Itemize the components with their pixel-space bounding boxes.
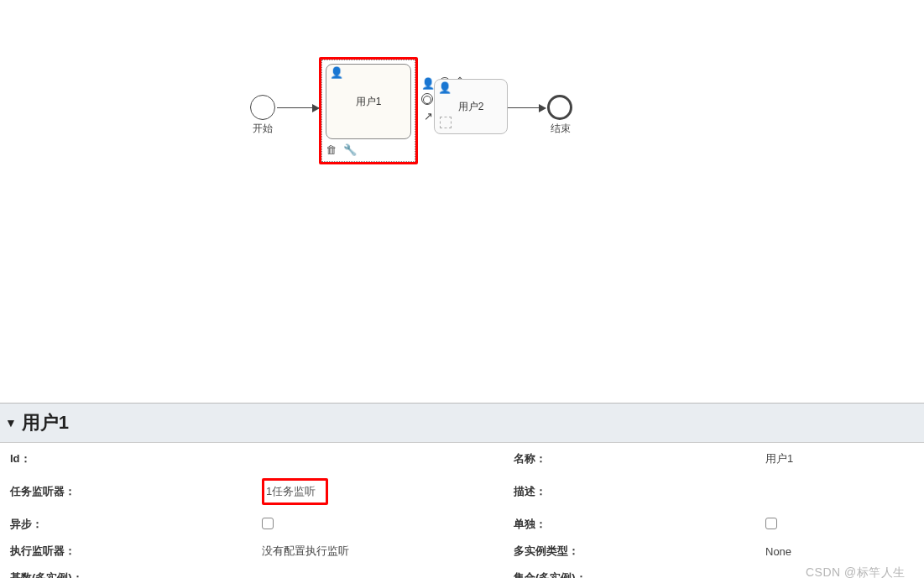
label-multi-type: 多实例类型： [514, 540, 765, 562]
user-icon: 👤 [330, 66, 343, 79]
label-exclusive: 单独： [514, 513, 765, 535]
task-listener-highlight: 1任务监听 [262, 478, 328, 505]
delete-icon[interactable]: 🗑 [326, 143, 337, 156]
end-event[interactable] [547, 95, 572, 120]
async-checkbox[interactable] [262, 518, 274, 529]
connect-icon[interactable]: ↗ [424, 110, 433, 122]
label-desc: 描述： [514, 481, 765, 502]
end-event-label: 结束 [544, 122, 577, 136]
label-name: 名称： [514, 448, 765, 470]
watermark: CSDN @标竿人生_ [806, 565, 912, 578]
value-name[interactable]: 用户1 [765, 448, 916, 470]
bpmn-canvas[interactable]: 开始 👤 用户1 🗑 🔧 👤 ↗ ⎯ 👤 用户2 [0, 0, 924, 403]
value-desc[interactable] [765, 488, 916, 495]
multi-instance-icon [440, 117, 452, 128]
label-collection: 集合(多实例)： [514, 567, 765, 578]
value-task-listener[interactable]: 1任务监听 [262, 475, 514, 508]
user-task-2[interactable]: 👤 用户2 [434, 79, 508, 134]
label-id: Id： [10, 448, 262, 470]
value-id[interactable] [262, 456, 514, 462]
value-multi-type[interactable]: None [765, 542, 916, 561]
user-task-1-selection[interactable]: 👤 用户1 🗑 🔧 [319, 57, 418, 164]
wrench-icon[interactable]: 🔧 [343, 143, 357, 156]
label-task-listener: 任务监听器： [10, 481, 262, 502]
sequence-flow-1[interactable] [277, 107, 319, 108]
user-task-2-label: 用户2 [458, 100, 484, 114]
panel-title: 用户1 [22, 410, 69, 435]
user-task-1-label: 用户1 [356, 95, 382, 109]
chevron-down-icon[interactable]: ▼ [5, 416, 17, 430]
user-icon: 👤 [438, 81, 452, 94]
user-task-1[interactable]: 👤 用户1 [326, 64, 411, 139]
panel-header[interactable]: ▼ 用户1 [0, 404, 924, 443]
start-event[interactable] [250, 95, 275, 120]
start-event-label: 开始 [246, 122, 279, 136]
context-toolbar: 🗑 🔧 [326, 141, 411, 158]
properties-panel: ▼ 用户1 Id： 名称： 用户1 任务监听器： 1任务监听 描述： 异步： 单… [0, 403, 924, 578]
panel-body: Id： 名称： 用户1 任务监听器： 1任务监听 描述： 异步： 单独： 执行监… [0, 443, 924, 578]
exclusive-checkbox[interactable] [765, 518, 777, 529]
value-cardinality[interactable] [262, 575, 514, 578]
sequence-flow-2[interactable] [508, 107, 546, 108]
label-cardinality: 基数(多实例)： [10, 567, 262, 578]
user-icon[interactable]: 👤 [421, 77, 435, 90]
intermediate-event-icon[interactable] [421, 93, 435, 107]
label-exec-listener: 执行监听器： [10, 540, 262, 562]
value-exec-listener[interactable]: 没有配置执行监听 [262, 540, 514, 562]
label-async: 异步： [10, 513, 262, 535]
